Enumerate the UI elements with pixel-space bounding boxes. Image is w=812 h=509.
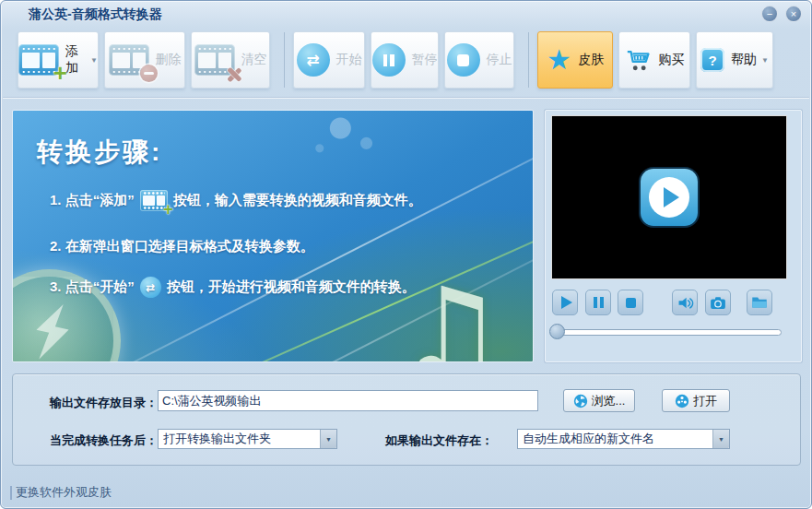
minimize-button[interactable]: − (761, 6, 778, 22)
chevron-down-icon[interactable]: ▼ (712, 430, 729, 448)
skin-button[interactable]: ★ 皮肤 (537, 31, 613, 89)
star-icon: ★ (547, 46, 571, 74)
film-add-inline-icon: + (140, 190, 168, 211)
window-title: 蒲公英-音频格式转换器 (29, 6, 162, 23)
chevron-down-icon[interactable]: ▼ (320, 430, 336, 448)
status-text: 更换软件外观皮肤 (16, 484, 112, 501)
pause-icon (372, 43, 406, 77)
shuffle-inline-icon: ⇄ (140, 277, 161, 298)
shuffle-icon: ⇄ (297, 43, 330, 77)
after-task-label: 当完成转换任务后： (50, 432, 158, 449)
player-play-button[interactable] (552, 290, 578, 315)
step1-suffix: 按钮，输入需要转换的视频和音频文件。 (173, 192, 422, 209)
start-label: 开始 (336, 52, 362, 68)
app-window: 蒲公英-音频格式转换器 − × + 添加 ▼ 删除 (0, 0, 812, 509)
browse-button[interactable]: 浏览... (563, 389, 635, 412)
step-2: 2. 在新弹出窗口选择目标格式及转换参数。 (50, 238, 314, 255)
pause-label: 暂停 (412, 52, 438, 68)
skin-label: 皮肤 (578, 52, 604, 68)
stop-icon (626, 298, 636, 308)
delete-label: 删除 (156, 52, 182, 68)
film-clear-icon (194, 44, 235, 76)
toolbar-separator (284, 32, 285, 88)
folder-icon (751, 296, 768, 309)
snapshot-button[interactable] (705, 290, 731, 315)
step1-prefix: 1. 点击“添加” (50, 192, 135, 209)
titlebar[interactable]: 蒲公英-音频格式转换器 − × (1, 1, 811, 26)
player-stop-button[interactable] (618, 290, 643, 315)
play-icon (561, 296, 572, 309)
speaker-icon (677, 295, 694, 311)
open-folder-button[interactable] (747, 290, 772, 315)
pause-button[interactable]: 暂停 (371, 31, 439, 89)
clear-button[interactable]: 清空 (191, 31, 270, 89)
toolbar-separator (528, 32, 529, 88)
help-icon: ? (700, 48, 724, 72)
stop-label: 停止 (487, 52, 512, 68)
step-1: 1. 点击“添加” + 按钮，输入需要转换的视频和音频文件。 (50, 190, 422, 211)
add-button[interactable]: + 添加 ▼ (18, 31, 99, 89)
buy-button[interactable]: 购买 (618, 31, 690, 89)
help-caret-icon: ▼ (761, 56, 769, 65)
buy-label: 购买 (659, 52, 685, 68)
cart-icon (625, 49, 653, 72)
output-dir-label: 输出文件存放目录： (50, 395, 158, 411)
output-dir-input[interactable] (158, 390, 538, 411)
toolbar: + 添加 ▼ 删除 清空 ⇄ 开始 (18, 31, 798, 89)
volume-button[interactable] (672, 290, 698, 315)
add-label: 添加 (65, 43, 86, 77)
browse-label: 浏览... (592, 393, 626, 409)
add-caret-icon: ▼ (90, 56, 98, 65)
plus-icon: + (53, 61, 67, 85)
minus-icon (140, 65, 158, 82)
seek-thumb[interactable] (549, 324, 565, 339)
stop-button[interactable]: 停止 (444, 31, 514, 89)
close-button[interactable]: × (785, 6, 802, 22)
preview-panel (545, 110, 802, 362)
shutter-icon (573, 394, 588, 408)
film-add-icon: + (18, 44, 59, 76)
play-icon (664, 187, 679, 207)
help-button[interactable]: ? 帮助 ▼ (696, 31, 773, 89)
after-task-select[interactable]: 打开转换输出文件夹 ▼ (158, 429, 337, 449)
status-separator (10, 486, 12, 500)
output-settings-box: 输出文件存放目录： 浏览... (12, 373, 801, 466)
video-preview (551, 115, 787, 279)
open-output-button[interactable]: 打开 (662, 389, 730, 412)
close-icon: × (791, 8, 796, 19)
video-play-button[interactable] (641, 169, 698, 226)
statusbar: 更换软件外观皮肤 (10, 484, 112, 501)
help-label: 帮助 (731, 52, 757, 68)
x-icon (226, 66, 242, 83)
minimize-icon: − (767, 8, 772, 19)
step3-prefix: 3. 点击“开始” (50, 278, 135, 296)
camera-icon (710, 296, 726, 310)
step-3: 3. 点击“开始” ⇄ 按钮，开始进行视频和音频文件的转换。 (50, 277, 416, 298)
stop-icon (447, 43, 480, 77)
open-label: 打开 (693, 393, 717, 409)
if-exists-value: 自动生成相应的新文件名 (518, 431, 712, 447)
start-button[interactable]: ⇄ 开始 (293, 31, 365, 89)
player-pause-button[interactable] (585, 290, 611, 315)
pause-icon (594, 297, 604, 308)
conversion-steps-panel: ♫ 转换步骤: 1. 点击“添加” + 按钮，输入需要转换的视频和音频文件。 2… (12, 110, 534, 362)
clear-label: 清空 (241, 52, 267, 68)
seek-bar[interactable] (555, 329, 782, 336)
if-exists-label: 如果输出文件存在： (385, 432, 493, 449)
delete-button[interactable]: 删除 (104, 31, 185, 89)
film-delete-icon (109, 44, 149, 76)
after-task-value: 打开转换输出文件夹 (159, 431, 320, 447)
step3-suffix: 按钮，开始进行视频和音频文件的转换。 (167, 278, 416, 296)
film-reel-icon (675, 394, 689, 408)
toolbar-divider (3, 97, 809, 98)
if-exists-select[interactable]: 自动生成相应的新文件名 ▼ (517, 429, 730, 449)
steps-heading: 转换步骤: (37, 135, 162, 170)
